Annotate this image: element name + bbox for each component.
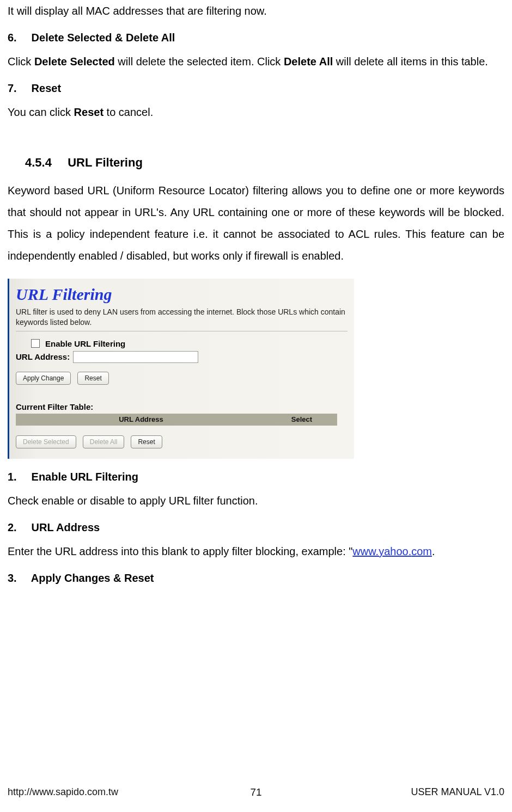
heading-2: 2. URL Address bbox=[8, 521, 504, 534]
section-454-num: 4.5.4 bbox=[25, 156, 64, 170]
sec6-body: Click Delete Selected will delete the se… bbox=[8, 51, 504, 72]
sec6-bold-2: Delete All bbox=[284, 56, 333, 67]
page-number: 71 bbox=[8, 786, 504, 798]
current-filter-table-heading: Current Filter Table: bbox=[16, 402, 348, 411]
sec7-txt-a: You can click bbox=[8, 106, 74, 118]
sec6-txt-a: Click bbox=[8, 56, 34, 67]
filter-table: URL Address Select bbox=[16, 414, 337, 426]
page-footer: http://www.sapido.com.tw 71 USER MANUAL … bbox=[8, 786, 504, 798]
heading-3-num: 3. bbox=[8, 572, 28, 585]
divider bbox=[16, 331, 348, 331]
heading-7-num: 7. bbox=[8, 82, 28, 95]
heading-7-title: Reset bbox=[32, 82, 61, 94]
url-address-input[interactable] bbox=[73, 351, 198, 363]
sec7-txt-c: to cancel. bbox=[103, 106, 153, 118]
example-link-tld[interactable]: com bbox=[411, 545, 432, 557]
heading-2-num: 2. bbox=[8, 521, 28, 534]
heading-1: 1. Enable URL Filtering bbox=[8, 471, 504, 483]
sec6-bold-1: Delete Selected bbox=[34, 56, 115, 67]
enable-url-filtering-checkbox[interactable] bbox=[31, 339, 40, 348]
heading-6: 6. Delete Selected & Delete All bbox=[8, 32, 504, 44]
section-454-body: Keyword based URL (Uniform Resource Loca… bbox=[8, 180, 504, 267]
ss-desc: URL filter is used to deny LAN users fro… bbox=[16, 307, 348, 328]
heading-6-title: Delete Selected & Delete All bbox=[32, 32, 175, 44]
sec7-body: You can click Reset to cancel. bbox=[8, 101, 504, 123]
apply-change-button[interactable]: Apply Change bbox=[16, 372, 71, 385]
section-454: 4.5.4 URL Filtering bbox=[25, 156, 504, 170]
table-header-row: URL Address Select bbox=[16, 414, 337, 426]
sec7-bold: Reset bbox=[74, 106, 103, 118]
sub2-txt-a: Enter the URL address into this blank to… bbox=[8, 545, 352, 557]
intro-text: It will display all MAC addresses that a… bbox=[8, 0, 504, 22]
heading-7: 7. Reset bbox=[8, 82, 504, 95]
reset-button[interactable]: Reset bbox=[77, 372, 108, 385]
heading-6-num: 6. bbox=[8, 32, 28, 44]
heading-3-title: Apply Changes & Reset bbox=[31, 572, 154, 584]
sec6-txt-d: will delete all items in this table. bbox=[333, 56, 488, 67]
url-address-label: URL Address: bbox=[16, 352, 70, 361]
enable-url-filtering-label: Enable URL Filtering bbox=[45, 339, 125, 348]
col-select: Select bbox=[266, 414, 337, 426]
heading-2-title: URL Address bbox=[32, 521, 100, 533]
reset-table-button[interactable]: Reset bbox=[131, 435, 162, 448]
heading-3: 3. Apply Changes & Reset bbox=[8, 572, 504, 585]
delete-all-button[interactable]: Delete All bbox=[83, 435, 125, 448]
ss-title: URL Filtering bbox=[16, 285, 348, 304]
col-url-address: URL Address bbox=[16, 414, 266, 426]
section-454-title: URL Filtering bbox=[68, 156, 143, 169]
url-filtering-screenshot: URL Filtering URL filter is used to deny… bbox=[8, 279, 354, 459]
sub2-txt-b: . bbox=[432, 545, 435, 557]
sub2-body: Enter the URL address into this blank to… bbox=[8, 540, 504, 562]
sub1-body: Check enable or disable to apply URL fil… bbox=[8, 490, 504, 512]
heading-1-title: Enable URL Filtering bbox=[32, 471, 138, 483]
heading-1-num: 1. bbox=[8, 471, 28, 483]
example-link-host[interactable]: www.yahoo. bbox=[352, 545, 411, 557]
delete-selected-button[interactable]: Delete Selected bbox=[16, 435, 76, 448]
sec6-txt-c: will delete the selected item. Click bbox=[115, 56, 284, 67]
